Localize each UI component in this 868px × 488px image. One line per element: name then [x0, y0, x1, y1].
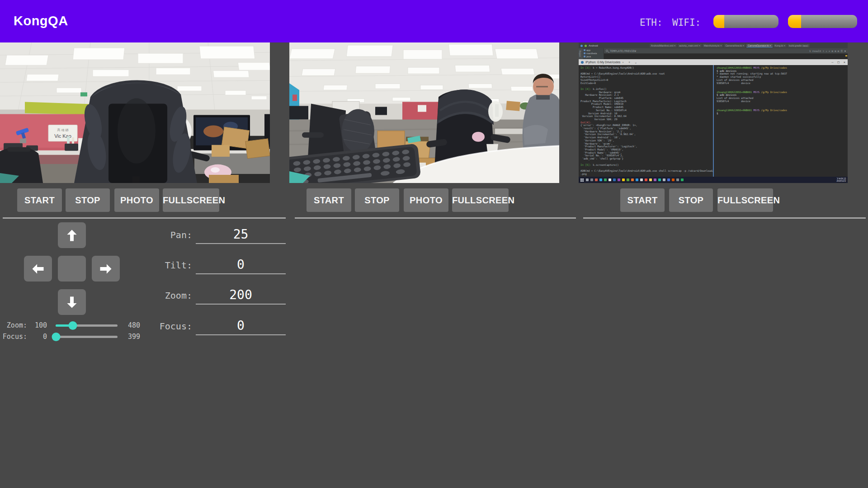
- clock-date: 2020/12/2: [837, 180, 846, 182]
- terminal-line: * daemon started successfully: [717, 75, 848, 79]
- terminal-line: 'Product Name': 'sdm845',: [580, 151, 713, 155]
- terminal-line: 'Product Model': 'VR0019',: [580, 148, 713, 151]
- focus-slider[interactable]: [56, 336, 118, 338]
- as-search-query: TEMPLATE/PREVIEW: [610, 49, 636, 52]
- camera-2-start-button[interactable]: START: [307, 188, 351, 212]
- terminal-line: 'adb_cmd': 'shell getprop'}: [580, 157, 713, 160]
- eth-label: ETH:: [640, 17, 663, 28]
- as-project-item: manifests: [584, 52, 597, 55]
- ipython-window-titlebar: IPython: G:My Drive/codes × + ⌄ —□×: [579, 59, 848, 65]
- terminal-line: ExitCode=0: [580, 82, 713, 85]
- terminal-line: 'Version SDK': '29',: [580, 139, 713, 142]
- camera-3-fullscreen-button[interactable]: FULLSCREEN: [717, 188, 773, 212]
- camera-3-divider: [583, 217, 866, 219]
- as-scroll-marker: [845, 55, 847, 56]
- camera-3-start-button[interactable]: START: [620, 188, 665, 212]
- wifi-label: WIFI:: [672, 17, 701, 28]
- as-search-bar: TEMPLATE/PREVIEW 1 result ↑ ↓ ✈ ⚙ ⚙ ⚙ ☰ …: [604, 48, 848, 53]
- zoom-slider-thumb[interactable]: [69, 321, 77, 330]
- arrow-right-icon: [99, 262, 113, 276]
- camera-2-stop-button[interactable]: STOP: [355, 188, 399, 212]
- terminal-line: [717, 84, 848, 88]
- windows-start-icon: [580, 178, 584, 182]
- terminal-line: Version Android: 10: [580, 112, 713, 115]
- zoom-slider[interactable]: [56, 324, 118, 327]
- tab-close-icon: ×: [622, 61, 624, 64]
- as-editor-tab: Kong.kt ×: [774, 44, 787, 47]
- ipython-window-title: IPython: G:My Drive/codes: [585, 61, 620, 64]
- window-control-icon: ×: [844, 61, 845, 64]
- as-editor-tab: CameraOperator.kt ×: [746, 44, 773, 47]
- camera-1-photo-button[interactable]: PHOTO: [114, 188, 159, 212]
- camera-1-fullscreen-button[interactable]: FULLSCREEN: [163, 188, 219, 212]
- terminal-line: 'Product Manufacturer': 'Logitech',: [580, 145, 713, 148]
- zoom-slider-label: Zoom:: [0, 321, 27, 329]
- terminal-line: 'Version Incremental': '0.902.64',: [580, 133, 713, 136]
- as-search-result: 1 result ↑ ↓ ✈ ⚙ ⚙ ⚙ ☰ ▼: [809, 50, 846, 52]
- camera-2-video-feed: [289, 42, 559, 183]
- clock-time: 下午04:13: [836, 178, 846, 180]
- camera-1-stop-button[interactable]: STOP: [66, 188, 110, 212]
- zoom-input[interactable]: 200: [196, 287, 286, 305]
- pan-field-label: Pan:: [151, 230, 192, 240]
- terminal-line: In [5]: k.screenCapture(): [580, 164, 713, 167]
- terminal-line: {'error': <KongError.RANGE_ERROR: 1>,: [580, 124, 713, 127]
- terminal-line: 'Version Android': '10',: [580, 136, 713, 139]
- terminal-line: Hardware Revision: 2.1: [580, 94, 713, 97]
- tilt-input[interactable]: 0: [196, 257, 286, 274]
- terminal-line: 'Hardware Revision': '2.1',: [580, 130, 713, 133]
- camera-2-fullscreen-button[interactable]: FULLSCREEN: [452, 188, 509, 212]
- terminal-line: List of devices attached: [717, 97, 848, 100]
- terminal-line: [717, 106, 848, 109]
- terminal-line: 'result': {'Platform': 'sdm845',: [580, 127, 713, 130]
- terminal-line: [580, 84, 713, 88]
- terminal-line: [580, 70, 713, 73]
- pan-right-button[interactable]: [92, 256, 120, 282]
- camera-2-photo-button[interactable]: PHOTO: [404, 188, 448, 212]
- terminal-line: [717, 88, 848, 91]
- as-project-item: app: [584, 49, 597, 52]
- terminal-line: [717, 103, 848, 106]
- eth-progress-bar: [713, 15, 778, 28]
- office-sign-line1: 高 雄 縣: [57, 128, 69, 132]
- camera-1-scene: 高 雄 縣 Vic Kao: [0, 42, 270, 183]
- camera-1-divider: [3, 217, 286, 219]
- terminal-line: Version Incremental: 0.902.64: [580, 115, 713, 118]
- taskbar-clock: 下午04:132020/12/2: [836, 178, 846, 183]
- pan-center-button[interactable]: [58, 256, 86, 282]
- terminal-line: In [3]: k = RobotRun.kong.KongADB(): [580, 66, 713, 70]
- focus-field-label: Focus:: [151, 321, 192, 332]
- camera-1-start-button[interactable]: START: [17, 188, 62, 212]
- window-controls: —□×: [831, 61, 845, 64]
- as-menu-android: Android: [589, 44, 598, 47]
- camera-3-stop-button[interactable]: STOP: [669, 188, 713, 212]
- focus-slider-thumb[interactable]: [52, 333, 61, 341]
- arrow-down-icon: [65, 296, 79, 309]
- app-header: KongQA ETH: WIFI:: [0, 0, 868, 42]
- pan-input[interactable]: 25: [196, 227, 286, 244]
- ipython-left-pane: In [3]: k = RobotRun.kong.KongADB() ADBC…: [579, 65, 714, 177]
- focus-input[interactable]: 0: [196, 318, 286, 335]
- pan-left-button[interactable]: [24, 256, 52, 282]
- app-title: KongQA: [14, 14, 68, 28]
- camera-1-video-feed: 高 雄 縣 Vic Kao: [0, 42, 270, 183]
- as-editor-tab: AndroidManifest.xml ×: [650, 44, 677, 47]
- as-code-area: [604, 53, 848, 59]
- terminal-line: Product Model: VR0019: [580, 103, 713, 106]
- terminal-line: $ adb devices: [717, 94, 848, 97]
- terminal-line: ADBCmd = C:\EasyAVEngine\Tools\Android\A…: [580, 72, 713, 75]
- terminal-line: 'Hardware': 'qcom',: [580, 142, 713, 145]
- terminal-line: zhuang1106622093+6NB001 MSYS /g/My Drive…: [717, 91, 848, 94]
- zoom-field-label: Zoom:: [151, 290, 192, 301]
- as-project-item: java: [584, 55, 597, 58]
- terminal-line: [580, 166, 713, 169]
- terminal-line: .png: [580, 173, 713, 176]
- window-control-icon: □: [838, 61, 840, 64]
- pan-up-button[interactable]: [58, 222, 86, 248]
- arrow-left-icon: [31, 262, 45, 276]
- pan-down-button[interactable]: [58, 289, 86, 315]
- camera-3-scene: Android AndroidManifest.xml ×activity_ma…: [579, 42, 848, 183]
- terminal-line: Platform: sdm845: [580, 97, 713, 100]
- terminal-line: zhuang1106622093+6NB001 MSYS /g/My Drive…: [717, 66, 848, 70]
- wifi-progress-fill: [788, 15, 801, 28]
